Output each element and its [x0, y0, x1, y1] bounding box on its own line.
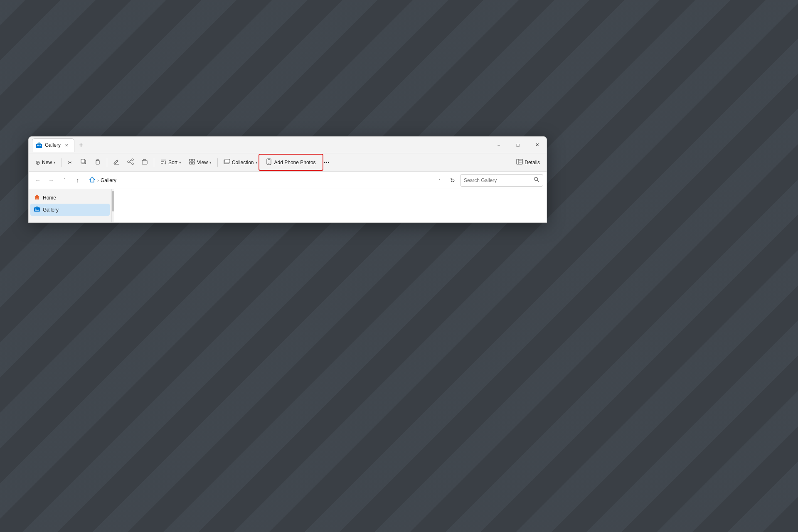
svg-rect-5 — [81, 159, 85, 163]
cut-icon: ✂ — [68, 159, 73, 166]
search-area — [460, 174, 543, 187]
nav-bar: ← → ˅ ↑ › Gallery ˅ ↻ — [29, 172, 547, 189]
separator-1 — [62, 158, 62, 167]
svg-point-35 — [534, 177, 538, 180]
home-icon — [34, 194, 40, 202]
address-dropdown-button[interactable]: ˅ — [433, 175, 445, 186]
up-button[interactable]: ↑ — [72, 175, 84, 186]
collection-icon — [224, 158, 230, 166]
close-button[interactable]: ✕ — [527, 137, 547, 153]
paste-icon — [94, 158, 101, 166]
copy-icon — [80, 158, 87, 166]
search-icon[interactable] — [534, 177, 539, 184]
view-button[interactable]: View ▾ — [185, 157, 215, 168]
svg-rect-23 — [190, 162, 192, 164]
svg-rect-24 — [192, 162, 195, 164]
sidebar-gallery-label: Gallery — [43, 207, 59, 213]
new-button[interactable]: ⊕ New ▾ — [32, 158, 59, 167]
svg-marker-34 — [90, 177, 95, 182]
share-icon — [127, 158, 134, 166]
content-area: Home Gallery — [29, 189, 547, 222]
svg-rect-0 — [36, 144, 42, 148]
tab-area: Gallery ✕ + — [32, 137, 489, 153]
recent-locations-button[interactable]: ˅ — [59, 175, 70, 186]
address-label: Gallery — [101, 177, 116, 183]
new-tab-button[interactable]: + — [75, 139, 87, 151]
svg-marker-39 — [35, 206, 39, 207]
sidebar-item-gallery[interactable]: Gallery — [30, 204, 110, 216]
svg-line-13 — [129, 162, 132, 163]
file-explorer-window: Gallery ✕ + − □ ✕ ⊕ New ▾ — [28, 136, 547, 223]
gallery-sidebar-icon — [34, 206, 40, 214]
title-bar: Gallery ✕ + − □ ✕ — [29, 137, 547, 153]
details-button[interactable]: Details — [513, 157, 543, 168]
collection-dropdown-icon: ▾ — [256, 160, 258, 165]
forward-button[interactable]: → — [45, 175, 57, 186]
svg-rect-30 — [517, 159, 522, 164]
sort-icon — [160, 158, 167, 166]
toolbar: ⊕ New ▾ ✂ — [29, 153, 547, 172]
gallery-content — [114, 189, 547, 222]
svg-rect-7 — [96, 160, 99, 161]
svg-rect-26 — [225, 159, 230, 163]
svg-marker-37 — [34, 195, 39, 200]
gallery-tab[interactable]: Gallery ✕ — [32, 138, 74, 152]
delete-button[interactable] — [138, 157, 151, 168]
address-bar[interactable]: › Gallery — [85, 174, 432, 187]
sidebar: Home Gallery — [29, 189, 112, 222]
back-button[interactable]: ← — [32, 175, 44, 186]
svg-point-28 — [268, 163, 269, 164]
cut-button[interactable]: ✂ — [64, 158, 76, 167]
window-controls: − □ ✕ — [489, 137, 547, 153]
svg-rect-2 — [37, 145, 39, 146]
paste-button[interactable] — [91, 157, 104, 168]
svg-point-10 — [128, 161, 129, 163]
svg-point-3 — [39, 145, 41, 146]
details-icon — [516, 158, 523, 166]
phone-icon — [266, 158, 272, 166]
more-options-button[interactable]: ••• — [321, 158, 333, 166]
svg-point-11 — [132, 163, 133, 165]
new-dropdown-icon: ▾ — [54, 160, 56, 165]
sidebar-item-home[interactable]: Home — [30, 192, 110, 204]
tab-close-button[interactable]: ✕ — [63, 142, 70, 148]
sort-dropdown-icon: ▾ — [179, 160, 181, 165]
rename-button[interactable] — [110, 157, 123, 168]
sidebar-scrollbar-thumb[interactable] — [112, 191, 114, 212]
svg-point-9 — [132, 159, 133, 160]
copy-button[interactable] — [77, 157, 90, 168]
svg-rect-14 — [142, 160, 147, 164]
search-input[interactable] — [464, 177, 532, 183]
address-home-icon — [89, 176, 96, 185]
svg-rect-22 — [192, 159, 195, 161]
svg-marker-1 — [37, 142, 41, 144]
separator-2 — [107, 158, 107, 167]
delete-icon — [141, 158, 148, 166]
view-dropdown-icon: ▾ — [209, 160, 212, 165]
sidebar-home-label: Home — [43, 195, 56, 201]
separator-3 — [154, 158, 154, 167]
add-phone-button[interactable]: Add Phone Photos — [262, 156, 320, 168]
svg-rect-21 — [190, 159, 192, 161]
rename-icon — [113, 158, 120, 166]
refresh-button[interactable]: ↻ — [447, 175, 458, 186]
view-icon — [189, 158, 195, 166]
svg-line-12 — [129, 160, 132, 161]
gallery-tab-icon — [36, 142, 42, 148]
separator-4 — [217, 158, 218, 167]
more-icon: ••• — [324, 160, 330, 165]
maximize-button[interactable]: □ — [508, 137, 527, 153]
collection-button[interactable]: Collection ▾ — [220, 157, 261, 168]
sort-button[interactable]: Sort ▾ — [157, 157, 185, 168]
minimize-button[interactable]: − — [489, 137, 508, 153]
gallery-tab-label: Gallery — [45, 142, 61, 148]
address-separator: › — [97, 177, 99, 183]
svg-line-36 — [537, 180, 539, 182]
new-icon: ⊕ — [35, 159, 40, 166]
share-button[interactable] — [124, 157, 137, 168]
